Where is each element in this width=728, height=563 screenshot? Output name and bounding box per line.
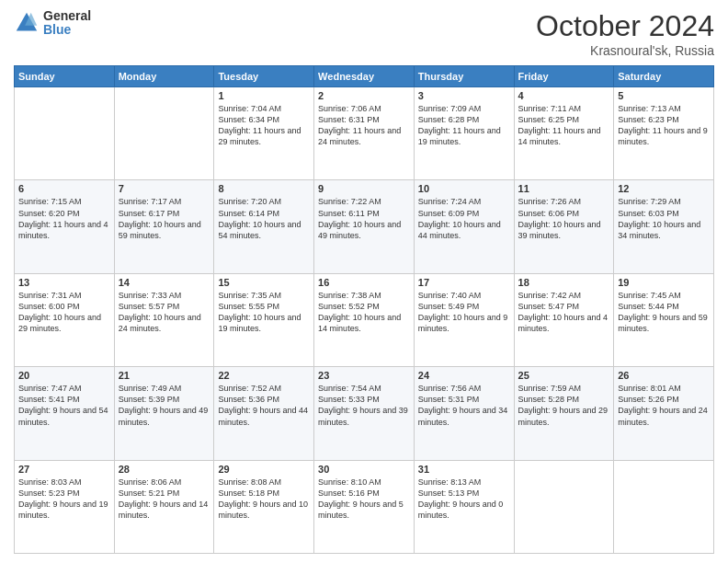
cell-4-4: 31Sunrise: 8:13 AM Sunset: 5:13 PM Dayli…: [414, 460, 514, 553]
cell-0-3: 2Sunrise: 7:06 AM Sunset: 6:31 PM Daylig…: [314, 87, 415, 180]
cell-3-3: 23Sunrise: 7:54 AM Sunset: 5:33 PM Dayli…: [314, 367, 415, 460]
cell-content: Sunrise: 8:08 AM Sunset: 5:18 PM Dayligh…: [218, 477, 310, 522]
day-number: 17: [418, 277, 510, 288]
day-number: 31: [418, 464, 510, 475]
cell-1-2: 8Sunrise: 7:20 AM Sunset: 6:14 PM Daylig…: [214, 180, 314, 273]
cell-content: Sunrise: 7:59 AM Sunset: 5:28 PM Dayligh…: [518, 383, 610, 428]
cell-2-5: 18Sunrise: 7:42 AM Sunset: 5:47 PM Dayli…: [514, 273, 614, 366]
cell-0-0: [15, 87, 115, 180]
week-row-4: 20Sunrise: 7:47 AM Sunset: 5:41 PM Dayli…: [15, 367, 714, 460]
cell-content: Sunrise: 8:03 AM Sunset: 5:23 PM Dayligh…: [18, 477, 110, 522]
cell-0-5: 4Sunrise: 7:11 AM Sunset: 6:25 PM Daylig…: [514, 87, 614, 180]
day-number: 23: [318, 370, 410, 381]
day-number: 4: [518, 90, 610, 101]
cell-content: Sunrise: 7:38 AM Sunset: 5:52 PM Dayligh…: [318, 290, 410, 335]
cell-content: Sunrise: 7:15 AM Sunset: 6:20 PM Dayligh…: [18, 196, 110, 241]
day-number: 16: [318, 277, 410, 288]
day-number: 12: [618, 183, 710, 194]
cell-content: Sunrise: 7:42 AM Sunset: 5:47 PM Dayligh…: [518, 290, 610, 335]
day-number: 7: [119, 183, 210, 194]
day-number: 30: [318, 464, 410, 475]
week-row-2: 6Sunrise: 7:15 AM Sunset: 6:20 PM Daylig…: [15, 180, 714, 273]
cell-content: Sunrise: 7:26 AM Sunset: 6:06 PM Dayligh…: [518, 196, 610, 241]
calendar-table: Sunday Monday Tuesday Wednesday Thursday…: [14, 65, 714, 554]
day-number: 15: [218, 277, 310, 288]
title-block: October 2024 Krasnoural'sk, Russia: [536, 9, 714, 58]
day-number: 27: [18, 464, 110, 475]
cell-content: Sunrise: 7:24 AM Sunset: 6:09 PM Dayligh…: [418, 196, 510, 241]
cell-4-1: 28Sunrise: 8:06 AM Sunset: 5:21 PM Dayli…: [114, 460, 214, 553]
cell-content: Sunrise: 7:13 AM Sunset: 6:23 PM Dayligh…: [618, 103, 710, 148]
cell-content: Sunrise: 7:20 AM Sunset: 6:14 PM Dayligh…: [218, 196, 310, 241]
cell-4-0: 27Sunrise: 8:03 AM Sunset: 5:23 PM Dayli…: [15, 460, 115, 553]
cell-content: Sunrise: 7:40 AM Sunset: 5:49 PM Dayligh…: [418, 290, 510, 335]
day-number: 3: [418, 90, 510, 101]
cell-0-1: [114, 87, 214, 180]
cell-content: Sunrise: 7:22 AM Sunset: 6:11 PM Dayligh…: [318, 196, 410, 241]
header-thursday: Thursday: [414, 66, 514, 87]
logo-icon: [14, 10, 40, 36]
day-number: 14: [119, 277, 210, 288]
day-number: 21: [119, 370, 210, 381]
cell-1-4: 10Sunrise: 7:24 AM Sunset: 6:09 PM Dayli…: [414, 180, 514, 273]
logo: General Blue: [14, 9, 91, 38]
header-tuesday: Tuesday: [214, 66, 314, 87]
cell-2-6: 19Sunrise: 7:45 AM Sunset: 5:44 PM Dayli…: [614, 273, 714, 366]
cell-content: Sunrise: 7:09 AM Sunset: 6:28 PM Dayligh…: [418, 103, 510, 148]
cell-3-1: 21Sunrise: 7:49 AM Sunset: 5:39 PM Dayli…: [114, 367, 214, 460]
cell-4-3: 30Sunrise: 8:10 AM Sunset: 5:16 PM Dayli…: [314, 460, 415, 553]
cell-3-4: 24Sunrise: 7:56 AM Sunset: 5:31 PM Dayli…: [414, 367, 514, 460]
cell-content: Sunrise: 7:45 AM Sunset: 5:44 PM Dayligh…: [618, 290, 710, 335]
cell-content: Sunrise: 7:06 AM Sunset: 6:31 PM Dayligh…: [318, 103, 410, 148]
cell-1-5: 11Sunrise: 7:26 AM Sunset: 6:06 PM Dayli…: [514, 180, 614, 273]
cell-content: Sunrise: 7:47 AM Sunset: 5:41 PM Dayligh…: [18, 383, 110, 428]
cell-content: Sunrise: 7:35 AM Sunset: 5:55 PM Dayligh…: [218, 290, 310, 335]
week-row-1: 1Sunrise: 7:04 AM Sunset: 6:34 PM Daylig…: [15, 87, 714, 180]
cell-content: Sunrise: 8:10 AM Sunset: 5:16 PM Dayligh…: [318, 477, 410, 522]
day-number: 10: [418, 183, 510, 194]
logo-general-text: General: [43, 9, 91, 23]
day-number: 19: [618, 277, 710, 288]
cell-content: Sunrise: 7:49 AM Sunset: 5:39 PM Dayligh…: [119, 383, 210, 428]
title-location: Krasnoural'sk, Russia: [536, 43, 714, 58]
header-row: Sunday Monday Tuesday Wednesday Thursday…: [15, 66, 714, 87]
cell-1-1: 7Sunrise: 7:17 AM Sunset: 6:17 PM Daylig…: [114, 180, 214, 273]
cell-0-2: 1Sunrise: 7:04 AM Sunset: 6:34 PM Daylig…: [214, 87, 314, 180]
day-number: 22: [218, 370, 310, 381]
day-number: 6: [18, 183, 110, 194]
cell-content: Sunrise: 7:11 AM Sunset: 6:25 PM Dayligh…: [518, 103, 610, 148]
cell-content: Sunrise: 7:52 AM Sunset: 5:36 PM Dayligh…: [218, 383, 310, 428]
cell-content: Sunrise: 7:54 AM Sunset: 5:33 PM Dayligh…: [318, 383, 410, 428]
cell-content: Sunrise: 8:13 AM Sunset: 5:13 PM Dayligh…: [418, 477, 510, 522]
cell-content: Sunrise: 7:29 AM Sunset: 6:03 PM Dayligh…: [618, 196, 710, 241]
cell-3-2: 22Sunrise: 7:52 AM Sunset: 5:36 PM Dayli…: [214, 367, 314, 460]
header-wednesday: Wednesday: [314, 66, 415, 87]
day-number: 8: [218, 183, 310, 194]
day-number: 26: [618, 370, 710, 381]
day-number: 29: [218, 464, 310, 475]
cell-2-2: 15Sunrise: 7:35 AM Sunset: 5:55 PM Dayli…: [214, 273, 314, 366]
cell-content: Sunrise: 7:04 AM Sunset: 6:34 PM Dayligh…: [218, 103, 310, 148]
header-friday: Friday: [514, 66, 614, 87]
title-month: October 2024: [536, 9, 714, 43]
cell-3-5: 25Sunrise: 7:59 AM Sunset: 5:28 PM Dayli…: [514, 367, 614, 460]
day-number: 9: [318, 183, 410, 194]
cell-4-2: 29Sunrise: 8:08 AM Sunset: 5:18 PM Dayli…: [214, 460, 314, 553]
day-number: 18: [518, 277, 610, 288]
day-number: 25: [518, 370, 610, 381]
logo-blue-text: Blue: [43, 23, 91, 37]
cell-2-4: 17Sunrise: 7:40 AM Sunset: 5:49 PM Dayli…: [414, 273, 514, 366]
cell-content: Sunrise: 7:31 AM Sunset: 6:00 PM Dayligh…: [18, 290, 110, 335]
cell-2-3: 16Sunrise: 7:38 AM Sunset: 5:52 PM Dayli…: [314, 273, 415, 366]
day-number: 13: [18, 277, 110, 288]
day-number: 20: [18, 370, 110, 381]
header-saturday: Saturday: [614, 66, 714, 87]
header: General Blue October 2024 Krasnoural'sk,…: [14, 9, 714, 58]
cell-2-0: 13Sunrise: 7:31 AM Sunset: 6:00 PM Dayli…: [15, 273, 115, 366]
cell-1-0: 6Sunrise: 7:15 AM Sunset: 6:20 PM Daylig…: [15, 180, 115, 273]
cell-2-1: 14Sunrise: 7:33 AM Sunset: 5:57 PM Dayli…: [114, 273, 214, 366]
header-monday: Monday: [114, 66, 214, 87]
day-number: 2: [318, 90, 410, 101]
page: General Blue October 2024 Krasnoural'sk,…: [0, 0, 728, 563]
logo-text: General Blue: [43, 9, 91, 38]
